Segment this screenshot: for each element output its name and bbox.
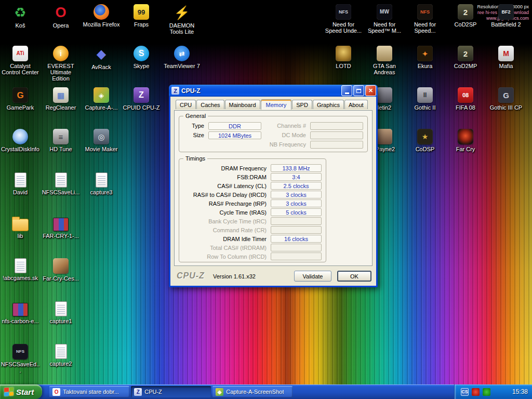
value-size: 1024 MBytes: [208, 131, 261, 139]
fifa08-icon: 08: [458, 87, 473, 103]
desktop-icon-cpuid-cpu-z[interactable]: ZCPUID CPU-Z: [121, 87, 162, 111]
desktop-icon-need-for-speed-unde[interactable]: NFSNeed for Speed Unde...: [323, 4, 364, 34]
desktop-icon-label: Gothic II: [415, 104, 436, 111]
desktop-icon-teamviewer-7[interactable]: ⇄TeamViewer 7: [162, 46, 202, 69]
gamepark-icon: G: [12, 87, 28, 103]
desktop-icon-label: RegCleaner: [46, 104, 76, 111]
movie-maker-icon: ◎: [94, 129, 109, 144]
desktop-icon-david[interactable]: David: [0, 172, 41, 195]
antivirus-tray-icon[interactable]: [483, 388, 490, 396]
desktop-icon-nfscsaveli[interactable]: NFSCSaveLi...: [41, 172, 81, 195]
field-row-cycle-time-tras: Cycle Time (tRAS)5 clocks: [179, 208, 326, 217]
skype-icon: S: [134, 46, 149, 61]
field-label: NB Frequency: [269, 141, 310, 148]
desktop-icon-label: capture3: [90, 189, 113, 195]
field-row-ras-precharge-trp: RAS# Precharge (tRP)3 clocks: [179, 199, 326, 208]
desktop-icon-label: letin2: [378, 104, 391, 111]
desktop-icon-label: Mozilla Firefox: [83, 21, 120, 28]
desktop-icon-hd-tune[interactable]: ≡HD Tune: [41, 129, 81, 152]
desktop-icon-avrack[interactable]: ◆AvRack: [81, 46, 122, 70]
cpuz-titlebar[interactable]: Z CPU-Z ✕: [169, 85, 378, 97]
desktop-icon-mafia[interactable]: MMafia: [486, 46, 526, 69]
desktop-icon-regcleaner[interactable]: ▦RegCleaner: [41, 87, 81, 111]
desktop-icon-everest-ultimate-edition[interactable]: iEVEREST Ultimate Edition: [41, 46, 81, 82]
field-label: Size: [181, 132, 208, 138]
desktop-icon-label: GTA San Andreas: [365, 63, 404, 75]
desktop-icon-label: David: [13, 189, 28, 195]
tab-caches[interactable]: Caches: [196, 100, 224, 109]
windows-flag-icon: [4, 387, 14, 396]
tab-memory[interactable]: Memory: [261, 99, 292, 110]
field-row-command-rate-cr: Command Rate (CR): [179, 225, 326, 234]
nfs-underground-icon: NFS: [336, 4, 351, 20]
desktop-icon-label: nfs-carbon-e...: [2, 318, 39, 324]
gta-sa-icon: [377, 46, 392, 61]
desktop-icon-catalyst-control-center[interactable]: ATiCatalyst Control Center: [0, 46, 41, 75]
value-total-cas-trdram: [271, 244, 322, 251]
desktop-icon-far-cry[interactable]: Far Cry: [445, 129, 486, 152]
desktop-icon-gothic-ii[interactable]: IIGothic II: [405, 87, 445, 111]
field-row-type: TypeDDR: [181, 121, 269, 130]
minimize-button[interactable]: [341, 85, 352, 96]
desktop-icon-gothic-iii-cp[interactable]: GGothic III CP: [486, 87, 526, 111]
desktop-icon-ko[interactable]: ♻Koš: [0, 4, 41, 29]
close-button[interactable]: ✕: [365, 85, 376, 96]
desktop-icon-capture1[interactable]: capture1: [41, 301, 81, 324]
start-button[interactable]: Start: [0, 384, 42, 399]
desktop-icon-far-cry-ces[interactable]: Far-Cry-Ces...: [41, 258, 81, 282]
codsp-icon: ★: [417, 129, 433, 144]
tab-about[interactable]: About: [344, 100, 368, 109]
tab-spd[interactable]: SPD: [292, 100, 312, 109]
desktop-icon-lotd[interactable]: LOTD: [323, 46, 364, 69]
value-bank-cycle-time-trc: [271, 217, 322, 225]
desktop-icon-label: Fraps: [134, 21, 149, 28]
field-row-total-cas-trdram: Total CAS# (tRDRAM): [179, 243, 326, 252]
desktop-icon-lib[interactable]: lib: [0, 216, 41, 239]
document-icon: [55, 301, 67, 316]
desktop-icon-gta-san-andreas[interactable]: GTA San Andreas: [364, 46, 405, 75]
desktop-icon-nfs-carbon-e[interactable]: nfs-carbon-e...: [0, 301, 41, 324]
tab-mainboard[interactable]: Mainboard: [225, 100, 260, 109]
desktop-icon-movie-maker[interactable]: ◎Movie Maker: [81, 129, 122, 152]
nfs-icon: NFS: [417, 4, 433, 20]
desktop-icon-fifa-08[interactable]: 08FIFA 08: [445, 87, 486, 111]
keyboard-layout-indicator[interactable]: CS: [461, 388, 469, 396]
desktop-icon-daemon-tools-lite[interactable]: ⚡DAEMON Tools Lite: [162, 4, 202, 35]
desktop-icon-mozilla-firefox[interactable]: Mozilla Firefox: [81, 4, 122, 28]
desktop-icon-codsp[interactable]: ★CoDSP: [405, 129, 445, 152]
ok-button[interactable]: OK: [337, 271, 371, 282]
tab-cpu[interactable]: CPU: [176, 100, 196, 109]
desktop-icon-label: CoDSP: [416, 146, 435, 152]
desktop-icon-gamepark[interactable]: GGamePark: [0, 87, 41, 111]
desktop: Resolution up to 3000 px ree hi-res JPG …: [0, 0, 532, 399]
desktop-icon-far-cry-1[interactable]: FAR-CRY-1-...: [41, 216, 81, 239]
ekura-icon: ✦: [417, 46, 433, 61]
desktop-icon-nfscsaveed[interactable]: NFSNFSCSaveEd...: [0, 344, 41, 374]
desktop-icon-abcgames-sk[interactable]: !abcgames.sk: [0, 258, 41, 281]
desktop-icon-ekura[interactable]: ✦Ekura: [405, 46, 445, 69]
desktop-icon-need-for-speed[interactable]: NFSNeed for Speed...: [405, 4, 445, 34]
taskbar-button-cpu-z[interactable]: ZCPU-Z: [131, 386, 211, 397]
tab-graphics[interactable]: Graphics: [313, 100, 344, 109]
desktop-icon-label: EVEREST Ultimate Edition: [41, 63, 81, 82]
taskbar-button-capture-a-screenshot[interactable]: ◈Capture-A-ScreenShot: [212, 386, 292, 397]
ati-tray-icon[interactable]: [472, 388, 480, 396]
maximize-button[interactable]: [353, 85, 364, 96]
general-left-fields: TypeDDRSize1024 MBytes: [181, 121, 269, 140]
desktop-icon-battlefield-2[interactable]: BF2Battlefield 2: [486, 4, 526, 28]
taskbar-button-taktovani-stare-dobr[interactable]: OTaktovani stare dobr...: [49, 386, 129, 397]
desktop-icon-cod2sp[interactable]: 2CoD2SP: [445, 4, 486, 28]
desktop-icon-need-for-speed-m[interactable]: MWNeed for Speed™ M...: [364, 4, 405, 34]
desktop-icon-opera[interactable]: OOpera: [41, 4, 81, 29]
value-dc-mode: [310, 131, 363, 139]
desktop-icon-fraps[interactable]: 99Fraps: [121, 4, 162, 28]
desktop-icon-capture2[interactable]: capture2: [41, 344, 81, 367]
validate-button[interactable]: Validate: [294, 271, 331, 282]
desktop-icon-label: Koš: [16, 22, 25, 29]
desktop-icon-skype[interactable]: SSkype: [121, 46, 162, 69]
desktop-icon-cod2mp[interactable]: 2CoD2MP: [445, 46, 486, 69]
desktop-icon-capture-a[interactable]: ◈Capture-A-...: [81, 87, 122, 111]
desktop-icon-capture3[interactable]: capture3: [81, 172, 122, 195]
field-row-fsb-dram: FSB:DRAM3:4: [179, 172, 326, 181]
desktop-icon-crystaldiskinfo[interactable]: CrystalDiskInfo: [0, 129, 41, 152]
